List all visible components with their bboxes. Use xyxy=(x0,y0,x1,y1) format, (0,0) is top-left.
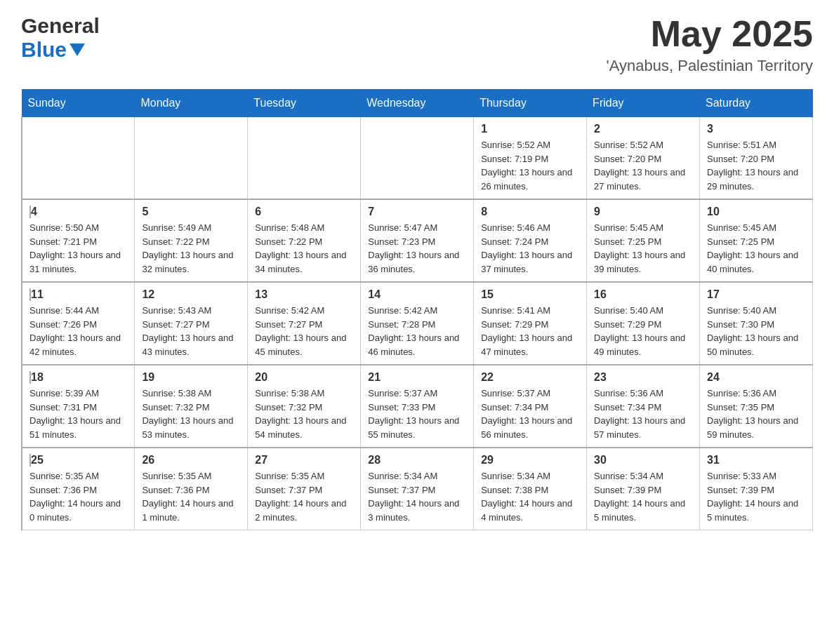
day-number: 13 xyxy=(255,288,353,301)
calendar-cell: 18Sunrise: 5:39 AM Sunset: 7:31 PM Dayli… xyxy=(22,365,135,448)
day-info: Sunrise: 5:37 AM Sunset: 7:33 PM Dayligh… xyxy=(368,387,466,441)
calendar-cell xyxy=(135,117,248,200)
day-number: 17 xyxy=(707,288,805,301)
day-info: Sunrise: 5:48 AM Sunset: 7:22 PM Dayligh… xyxy=(255,221,353,276)
day-number: 11 xyxy=(29,288,127,301)
calendar-cell: 20Sunrise: 5:38 AM Sunset: 7:32 PM Dayli… xyxy=(248,365,361,448)
day-header-sunday: Sunday xyxy=(22,90,135,117)
calendar-cell: 9Sunrise: 5:45 AM Sunset: 7:25 PM Daylig… xyxy=(587,199,700,282)
day-number: 27 xyxy=(255,454,353,467)
svg-marker-0 xyxy=(70,43,85,56)
calendar-cell: 11Sunrise: 5:44 AM Sunset: 7:26 PM Dayli… xyxy=(22,282,135,365)
day-info: Sunrise: 5:45 AM Sunset: 7:25 PM Dayligh… xyxy=(707,221,805,276)
calendar-cell: 31Sunrise: 5:33 AM Sunset: 7:39 PM Dayli… xyxy=(700,448,813,530)
day-number: 3 xyxy=(707,123,805,135)
day-info: Sunrise: 5:52 AM Sunset: 7:20 PM Dayligh… xyxy=(594,138,692,193)
day-info: Sunrise: 5:34 AM Sunset: 7:37 PM Dayligh… xyxy=(368,469,466,524)
day-info: Sunrise: 5:38 AM Sunset: 7:32 PM Dayligh… xyxy=(255,387,353,441)
day-info: Sunrise: 5:51 AM Sunset: 7:20 PM Dayligh… xyxy=(707,138,805,193)
day-number: 24 xyxy=(707,371,805,384)
calendar-cell: 3Sunrise: 5:51 AM Sunset: 7:20 PM Daylig… xyxy=(700,117,813,200)
day-info: Sunrise: 5:35 AM Sunset: 7:36 PM Dayligh… xyxy=(142,469,240,524)
calendar-cell: 28Sunrise: 5:34 AM Sunset: 7:37 PM Dayli… xyxy=(361,448,474,530)
logo-name-bottom: Blue xyxy=(21,38,67,62)
day-info: Sunrise: 5:41 AM Sunset: 7:29 PM Dayligh… xyxy=(481,304,579,358)
day-info: Sunrise: 5:34 AM Sunset: 7:38 PM Dayligh… xyxy=(481,469,579,524)
calendar-cell: 6Sunrise: 5:48 AM Sunset: 7:22 PM Daylig… xyxy=(248,199,361,282)
day-header-wednesday: Wednesday xyxy=(361,90,474,117)
day-info: Sunrise: 5:36 AM Sunset: 7:34 PM Dayligh… xyxy=(594,387,692,441)
day-number: 14 xyxy=(368,288,466,301)
calendar-cell: 26Sunrise: 5:35 AM Sunset: 7:36 PM Dayli… xyxy=(135,448,248,530)
logo-triangle-icon xyxy=(70,43,85,56)
day-number: 16 xyxy=(594,288,692,301)
day-header-monday: Monday xyxy=(135,90,248,117)
day-number: 20 xyxy=(255,371,353,384)
day-info: Sunrise: 5:39 AM Sunset: 7:31 PM Dayligh… xyxy=(29,387,127,441)
day-info: Sunrise: 5:42 AM Sunset: 7:28 PM Dayligh… xyxy=(368,304,466,358)
days-header-row: SundayMondayTuesdayWednesdayThursdayFrid… xyxy=(22,90,813,117)
day-info: Sunrise: 5:45 AM Sunset: 7:25 PM Dayligh… xyxy=(594,221,692,276)
day-info: Sunrise: 5:40 AM Sunset: 7:29 PM Dayligh… xyxy=(594,304,692,358)
day-info: Sunrise: 5:42 AM Sunset: 7:27 PM Dayligh… xyxy=(255,304,353,358)
day-number: 22 xyxy=(481,371,579,384)
calendar-cell: 25Sunrise: 5:35 AM Sunset: 7:36 PM Dayli… xyxy=(22,448,135,530)
logo: General Blue xyxy=(21,14,100,62)
day-number: 7 xyxy=(368,206,466,218)
day-info: Sunrise: 5:46 AM Sunset: 7:24 PM Dayligh… xyxy=(481,221,579,276)
day-info: Sunrise: 5:37 AM Sunset: 7:34 PM Dayligh… xyxy=(481,387,579,441)
day-info: Sunrise: 5:35 AM Sunset: 7:37 PM Dayligh… xyxy=(255,469,353,524)
day-number: 23 xyxy=(594,371,692,384)
calendar-cell: 27Sunrise: 5:35 AM Sunset: 7:37 PM Dayli… xyxy=(248,448,361,530)
calendar-cell xyxy=(361,117,474,200)
day-number: 12 xyxy=(142,288,240,301)
location-title: 'Aynabus, Palestinian Territory xyxy=(607,57,813,75)
logo-name-top: General xyxy=(21,14,100,38)
calendar-cell: 4Sunrise: 5:50 AM Sunset: 7:21 PM Daylig… xyxy=(22,199,135,282)
calendar-cell: 14Sunrise: 5:42 AM Sunset: 7:28 PM Dayli… xyxy=(361,282,474,365)
day-info: Sunrise: 5:33 AM Sunset: 7:39 PM Dayligh… xyxy=(707,469,805,524)
day-number: 25 xyxy=(29,454,127,467)
day-number: 29 xyxy=(481,454,579,467)
calendar-cell: 19Sunrise: 5:38 AM Sunset: 7:32 PM Dayli… xyxy=(135,365,248,448)
calendar-cell: 17Sunrise: 5:40 AM Sunset: 7:30 PM Dayli… xyxy=(700,282,813,365)
day-number: 30 xyxy=(594,454,692,467)
calendar-cell: 2Sunrise: 5:52 AM Sunset: 7:20 PM Daylig… xyxy=(587,117,700,200)
calendar-cell: 16Sunrise: 5:40 AM Sunset: 7:29 PM Dayli… xyxy=(587,282,700,365)
day-info: Sunrise: 5:35 AM Sunset: 7:36 PM Dayligh… xyxy=(29,469,127,524)
calendar-cell: 12Sunrise: 5:43 AM Sunset: 7:27 PM Dayli… xyxy=(135,282,248,365)
calendar-table: SundayMondayTuesdayWednesdayThursdayFrid… xyxy=(21,89,813,530)
day-header-tuesday: Tuesday xyxy=(248,90,361,117)
day-info: Sunrise: 5:49 AM Sunset: 7:22 PM Dayligh… xyxy=(142,221,240,276)
week-row-2: 4Sunrise: 5:50 AM Sunset: 7:21 PM Daylig… xyxy=(22,199,813,282)
day-info: Sunrise: 5:43 AM Sunset: 7:27 PM Dayligh… xyxy=(142,304,240,358)
day-number: 10 xyxy=(707,206,805,218)
calendar-cell: 22Sunrise: 5:37 AM Sunset: 7:34 PM Dayli… xyxy=(474,365,587,448)
day-number: 19 xyxy=(142,371,240,384)
calendar-cell: 10Sunrise: 5:45 AM Sunset: 7:25 PM Dayli… xyxy=(700,199,813,282)
calendar-cell: 24Sunrise: 5:36 AM Sunset: 7:35 PM Dayli… xyxy=(700,365,813,448)
day-number: 2 xyxy=(594,123,692,135)
day-info: Sunrise: 5:52 AM Sunset: 7:19 PM Dayligh… xyxy=(481,138,579,193)
day-number: 5 xyxy=(142,206,240,218)
day-info: Sunrise: 5:44 AM Sunset: 7:26 PM Dayligh… xyxy=(29,304,127,358)
calendar-cell: 21Sunrise: 5:37 AM Sunset: 7:33 PM Dayli… xyxy=(361,365,474,448)
calendar-cell xyxy=(22,117,135,200)
day-number: 4 xyxy=(29,206,127,218)
day-header-saturday: Saturday xyxy=(700,90,813,117)
day-info: Sunrise: 5:34 AM Sunset: 7:39 PM Dayligh… xyxy=(594,469,692,524)
day-info: Sunrise: 5:47 AM Sunset: 7:23 PM Dayligh… xyxy=(368,221,466,276)
day-number: 9 xyxy=(594,206,692,218)
month-title: May 2025 xyxy=(607,14,813,54)
week-row-5: 25Sunrise: 5:35 AM Sunset: 7:36 PM Dayli… xyxy=(22,448,813,530)
week-row-3: 11Sunrise: 5:44 AM Sunset: 7:26 PM Dayli… xyxy=(22,282,813,365)
day-info: Sunrise: 5:50 AM Sunset: 7:21 PM Dayligh… xyxy=(29,221,127,276)
day-number: 21 xyxy=(368,371,466,384)
day-number: 26 xyxy=(142,454,240,467)
day-number: 1 xyxy=(481,123,579,135)
page-header: General Blue May 2025 'Aynabus, Palestin… xyxy=(21,14,813,75)
day-number: 15 xyxy=(481,288,579,301)
day-number: 18 xyxy=(29,371,127,384)
day-number: 31 xyxy=(707,454,805,467)
calendar-cell: 29Sunrise: 5:34 AM Sunset: 7:38 PM Dayli… xyxy=(474,448,587,530)
